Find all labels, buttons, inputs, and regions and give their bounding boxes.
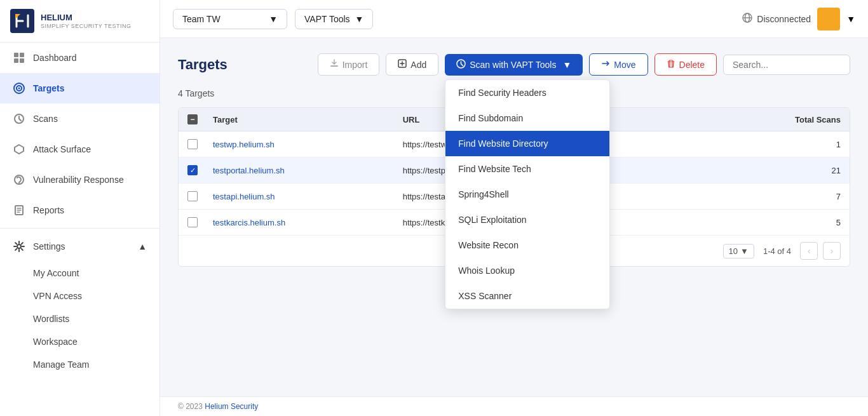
svg-rect-16	[330, 65, 338, 67]
next-page-button[interactable]: ›	[823, 242, 841, 260]
row2-checkbox[interactable]	[187, 165, 198, 175]
globe-icon	[742, 12, 753, 25]
user-avatar-button[interactable]	[817, 8, 840, 30]
row3-checkbox-cell	[179, 184, 204, 209]
user-chevron-icon[interactable]: ▼	[846, 14, 855, 24]
scan-dropdown-menu: Find Security Headers Find Subdomain Fin…	[445, 79, 610, 309]
add-button[interactable]: Add	[386, 53, 438, 76]
row2-target: testportal.helium.sh	[204, 158, 394, 183]
header-target: Target	[204, 109, 394, 131]
sidebar-item-reports[interactable]: Reports	[0, 195, 159, 225]
row1-target-link[interactable]: testwp.helium.sh	[213, 140, 275, 149]
row1-extra	[583, 137, 773, 152]
header-actions: Import Add Scan with VAPT Tools ▼	[318, 53, 850, 76]
select-all-checkbox[interactable]	[187, 114, 198, 124]
per-page-value: 10	[729, 246, 738, 256]
logo-icon	[10, 9, 34, 33]
dropdown-item-sqli[interactable]: SQLi Exploitation	[445, 207, 609, 232]
per-page-control: 10 ▼	[723, 244, 754, 258]
team-selector-label: Team TW	[182, 14, 220, 24]
vpn-access-label: VPN Access	[33, 291, 82, 301]
sidebar-item-attack-surface[interactable]: Attack Surface	[0, 134, 159, 164]
sidebar-item-my-account[interactable]: My Account	[0, 262, 159, 285]
page-footer: © 2023 Helium Security	[160, 396, 868, 416]
sidebar-item-scans[interactable]: Scans	[0, 104, 159, 134]
sidebar-item-targets-label: Targets	[33, 83, 65, 93]
sidebar-item-settings[interactable]: Settings ▲	[0, 231, 159, 262]
row3-target-link[interactable]: testapi.helium.sh	[213, 192, 275, 201]
dropdown-item-spring4shell[interactable]: Spring4Shell	[445, 182, 609, 207]
dropdown-item-find-subdomain[interactable]: Find Subdomain	[445, 105, 609, 131]
sidebar-item-workspace[interactable]: Workspace	[0, 330, 159, 353]
row1-checkbox-cell	[179, 131, 204, 157]
row2-checkbox-cell	[179, 158, 204, 183]
spring4shell-label: Spring4Shell	[458, 189, 508, 199]
sidebar-item-reports-label: Reports	[33, 205, 64, 215]
sidebar-item-manage-team[interactable]: Manage Team	[0, 353, 159, 376]
wordlists-label: Wordlists	[33, 314, 69, 324]
row2-total-scans: 21	[773, 158, 850, 183]
topbar: Team TW ▼ VAPT Tools ▼ Disconnected ▼	[160, 0, 868, 38]
settings-label: Settings	[33, 241, 65, 252]
row3-checkbox[interactable]	[187, 191, 198, 201]
header-checkbox-cell	[179, 108, 204, 131]
dropdown-item-whois[interactable]: Whois Lookup	[445, 258, 609, 283]
vulnerability-icon	[13, 173, 25, 186]
scans-icon	[13, 112, 25, 125]
row4-extra	[583, 215, 773, 230]
dropdown-item-find-security-headers[interactable]: Find Security Headers	[445, 80, 609, 105]
dropdown-item-xss[interactable]: XSS Scanner	[445, 283, 609, 309]
logo: HELIUM SIMPLIFY SECURITY TESTING	[0, 0, 159, 43]
svg-rect-1	[14, 53, 18, 57]
row4-target: testkarcis.helium.sh	[204, 210, 394, 235]
move-button[interactable]: Move	[589, 53, 648, 76]
row2-target-link[interactable]: testportal.helium.sh	[213, 166, 285, 175]
sidebar-nav: Dashboard Targets Scans Attack Surface V…	[0, 43, 159, 376]
sidebar-item-vpn-access[interactable]: VPN Access	[0, 285, 159, 307]
find-subdomain-label: Find Subdomain	[458, 113, 523, 123]
dropdown-item-find-website-tech[interactable]: Find Website Tech	[445, 156, 609, 182]
header-total-scans: Total Scans	[773, 109, 850, 131]
scan-button[interactable]: Scan with VAPT Tools ▼	[445, 54, 583, 76]
import-label: Import	[342, 60, 368, 70]
scan-label: Scan with VAPT Tools	[470, 60, 556, 70]
vapt-chevron-icon: ▼	[355, 14, 364, 24]
sidebar-item-targets[interactable]: Targets	[0, 73, 159, 104]
find-website-tech-label: Find Website Tech	[458, 164, 531, 174]
dropdown-item-find-website-directory[interactable]: Find Website Directory	[445, 131, 609, 156]
disconnected-label: Disconnected	[757, 14, 811, 24]
target-icon	[13, 82, 25, 95]
page-title: Targets	[178, 57, 227, 73]
row4-checkbox-cell	[179, 210, 204, 235]
connection-status: Disconnected	[742, 12, 811, 25]
import-button[interactable]: Import	[318, 53, 380, 76]
row4-target-link[interactable]: testkarcis.helium.sh	[213, 218, 285, 227]
sidebar-item-dashboard[interactable]: Dashboard	[0, 43, 159, 73]
logo-name: HELIUM	[41, 13, 132, 23]
find-website-directory-label: Find Website Directory	[458, 138, 548, 149]
vapt-selector-label: VAPT Tools	[304, 14, 350, 24]
my-account-label: My Account	[33, 268, 79, 278]
row4-checkbox[interactable]	[187, 217, 198, 227]
prev-page-button[interactable]: ‹	[800, 242, 818, 260]
delete-button[interactable]: Delete	[654, 53, 717, 76]
row1-checkbox[interactable]	[187, 139, 198, 149]
team-selector[interactable]: Team TW ▼	[173, 9, 287, 29]
manage-team-label: Manage Team	[33, 359, 89, 370]
sidebar-item-vulnerability-response[interactable]: Vulnerability Response	[0, 164, 159, 195]
logo-tagline: SIMPLIFY SECURITY TESTING	[41, 23, 132, 29]
sidebar-item-wordlists[interactable]: Wordlists	[0, 307, 159, 330]
footer-link[interactable]: Helium Security	[205, 402, 258, 411]
main-content: Team TW ▼ VAPT Tools ▼ Disconnected ▼ Ta…	[160, 0, 868, 416]
page-header: Targets Import Add	[178, 53, 850, 76]
dropdown-item-website-recon[interactable]: Website Recon	[445, 232, 609, 258]
pagination-nav: ‹ ›	[800, 242, 841, 260]
vapt-selector[interactable]: VAPT Tools ▼	[295, 9, 373, 29]
find-security-headers-label: Find Security Headers	[458, 88, 546, 98]
header-extra	[583, 113, 773, 126]
pagination-info: 1-4 of 4	[763, 246, 791, 256]
grid-icon	[13, 51, 25, 64]
search-input[interactable]	[723, 55, 850, 75]
reports-icon	[13, 204, 25, 217]
per-page-select[interactable]: 10 ▼	[723, 244, 754, 258]
